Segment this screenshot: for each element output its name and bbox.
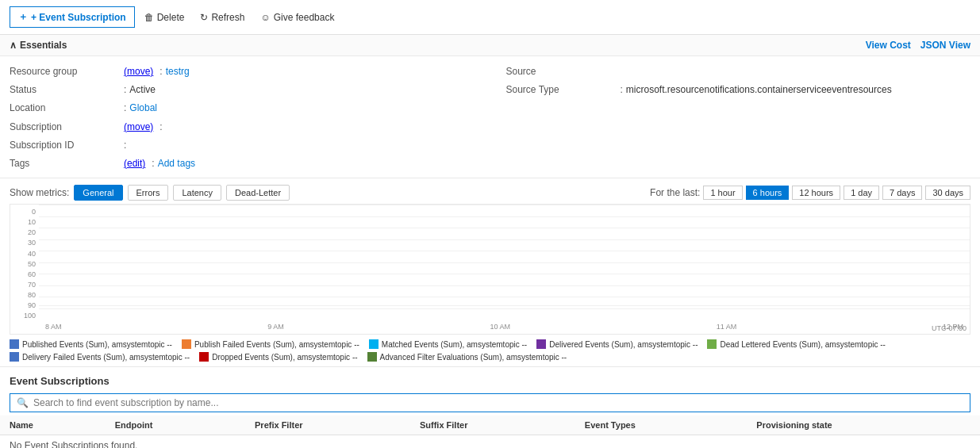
essentials-left-col: Resource group (move) : testrg Status : …: [10, 63, 475, 173]
subscription-row: Subscription (move) :: [10, 118, 475, 136]
no-data-message: No Event Subscriptions found.: [0, 435, 980, 448]
legend-swatch: [367, 352, 377, 362]
tab-general[interactable]: General: [74, 185, 122, 201]
event-subscriptions-title: Event Subscriptions: [0, 366, 980, 390]
location-value-link[interactable]: Global: [129, 102, 157, 113]
col-event-types: Event Types: [575, 415, 747, 435]
legend-matched-events: Matched Events (Sum), amsystemtopic --: [369, 339, 527, 349]
metrics-chart: 100 90 80 70 60 50 40 30 20 10 0: [10, 204, 970, 335]
time-range-selector: For the last: 1 hour 6 hours 12 hours 1 …: [650, 186, 970, 200]
legend-dropped-events: Dropped Events (Sum), amsystemtopic --: [199, 352, 357, 362]
delete-icon: 🗑: [144, 12, 154, 23]
legend-swatch: [369, 339, 379, 349]
subscriptions-table: Name Endpoint Prefix Filter Suffix Filte…: [0, 415, 980, 448]
search-input[interactable]: [33, 397, 963, 408]
col-provisioning-state: Provisioning state: [747, 415, 980, 435]
legend-swatch: [10, 352, 19, 362]
toolbar: ＋ + Event Subscription 🗑 Delete ↻ Refres…: [0, 0, 980, 35]
legend-publish-failed: Publish Failed Events (Sum), amsystemtop…: [182, 339, 359, 349]
legend-swatch: [182, 339, 191, 349]
legend-dead-lettered: Dead Lettered Events (Sum), amsystemtopi…: [707, 339, 885, 349]
essentials-header: ∧ Essentials View Cost JSON View: [0, 35, 980, 56]
legend-delivered-events: Delivered Events (Sum), amsystemtopic --: [536, 339, 698, 349]
resource-group-row: Resource group (move) : testrg: [10, 63, 475, 81]
search-bar: 🔍: [10, 393, 970, 412]
col-name: Name: [0, 415, 106, 435]
tab-latency[interactable]: Latency: [173, 185, 221, 201]
time-1hour[interactable]: 1 hour: [703, 186, 742, 200]
event-subscriptions-section: Event Subscriptions 🔍 Name Endpoint Pref…: [0, 366, 980, 448]
refresh-icon: ↻: [200, 12, 208, 23]
essentials-links: View Cost JSON View: [866, 40, 970, 51]
essentials-body: Resource group (move) : testrg Status : …: [0, 56, 980, 178]
show-metrics-label: Show metrics:: [10, 187, 69, 198]
time-30days[interactable]: 30 days: [925, 186, 970, 200]
location-row: Location : Global: [10, 99, 475, 117]
legend-swatch: [707, 339, 717, 349]
plus-icon: ＋: [18, 10, 28, 24]
source-type-row: Source Type : microsoft.resourcenotifica…: [506, 81, 971, 99]
feedback-button[interactable]: ☺ Give feedback: [254, 9, 340, 26]
legend-swatch: [10, 339, 19, 349]
legend-swatch: [536, 339, 546, 349]
essentials-toggle[interactable]: ∧ Essentials: [10, 40, 67, 51]
add-event-subscription-button[interactable]: ＋ + Event Subscription: [10, 6, 135, 28]
table-header-row: Name Endpoint Prefix Filter Suffix Filte…: [0, 415, 980, 435]
col-prefix-filter: Prefix Filter: [245, 415, 410, 435]
subscription-move-link[interactable]: (move): [124, 121, 153, 132]
metrics-tabs: Show metrics: General Errors Latency Dea…: [10, 185, 290, 201]
time-1day[interactable]: 1 day: [844, 186, 879, 200]
view-cost-link[interactable]: View Cost: [866, 40, 911, 51]
chevron-up-icon: ∧: [10, 40, 17, 51]
resource-group-value-link[interactable]: testrg: [166, 66, 190, 77]
time-6hours[interactable]: 6 hours: [746, 186, 790, 200]
chart-grid: [39, 205, 970, 320]
refresh-button[interactable]: ↻ Refresh: [194, 9, 251, 26]
status-row: Status : Active: [10, 81, 475, 99]
for-last-label: For the last:: [650, 187, 700, 198]
legend-advanced-filter: Advanced Filter Evaluations (Sum), amsys…: [367, 352, 567, 362]
legend-published-events: Published Events (Sum), amsystemtopic --: [10, 339, 172, 349]
tags-edit-link[interactable]: (edit): [124, 158, 145, 169]
col-endpoint: Endpoint: [106, 415, 245, 435]
no-data-row: No Event Subscriptions found.: [0, 435, 980, 448]
subscription-id-row: Subscription ID :: [10, 136, 475, 155]
time-7days[interactable]: 7 days: [882, 186, 922, 200]
json-view-link[interactable]: JSON View: [920, 40, 970, 51]
tags-row: Tags (edit) : Add tags: [10, 155, 475, 173]
legend-delivery-failed: Delivery Failed Events (Sum), amsystemto…: [10, 352, 190, 362]
feedback-icon: ☺: [260, 12, 270, 23]
chart-legend: Published Events (Sum), amsystemtopic --…: [0, 335, 980, 366]
tab-errors[interactable]: Errors: [128, 185, 169, 201]
search-icon: 🔍: [17, 397, 29, 408]
source-label-row: Source: [506, 63, 971, 81]
legend-swatch: [199, 352, 209, 362]
resource-group-move-link[interactable]: (move): [124, 66, 153, 77]
add-tags-link[interactable]: Add tags: [158, 158, 195, 169]
y-axis: 100 90 80 70 60 50 40 30 20 10 0: [10, 205, 39, 334]
chart-plot-area: 8 AM 9 AM 10 AM 11 AM 12 PM UTC-07:00: [39, 205, 970, 334]
delete-button[interactable]: 🗑 Delete: [138, 9, 191, 26]
time-12hours[interactable]: 12 hours: [792, 186, 840, 200]
essentials-right-col: Source Source Type : microsoft.resourcen…: [475, 63, 971, 173]
col-suffix-filter: Suffix Filter: [410, 415, 575, 435]
tab-dead-letter[interactable]: Dead-Letter: [226, 185, 290, 201]
timezone-label: UTC-07:00: [932, 324, 967, 332]
x-axis: 8 AM 9 AM 10 AM 11 AM 12 PM UTC-07:00: [39, 320, 970, 334]
metrics-bar: Show metrics: General Errors Latency Dea…: [0, 178, 980, 204]
